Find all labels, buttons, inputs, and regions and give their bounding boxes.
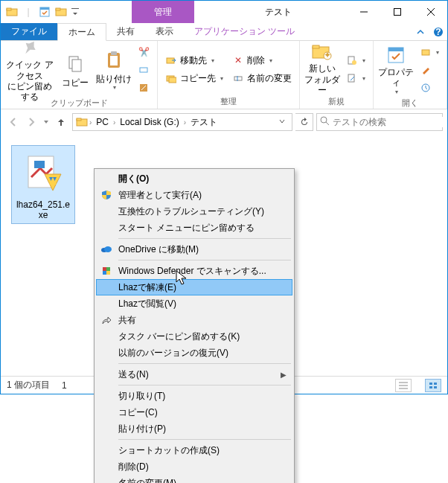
window-title: テスト — [194, 1, 347, 23]
properties-button[interactable]: プロパティ ▾ — [378, 45, 414, 95]
new-folder-icon: ✦ — [310, 42, 334, 62]
ctx-send-to[interactable]: 送る(N)▶ — [96, 366, 292, 383]
svg-rect-55 — [103, 267, 106, 271]
minimize-button[interactable] — [347, 1, 380, 23]
svg-rect-6 — [71, 8, 79, 9]
recent-locations-button[interactable] — [41, 114, 51, 130]
ctx-restore-ver[interactable]: 以前のバージョンの復元(V) — [96, 345, 292, 361]
onedrive-icon — [100, 243, 112, 255]
svg-text:✦: ✦ — [324, 50, 331, 60]
shortcut-icon — [138, 82, 150, 94]
breadcrumb-sep[interactable]: › — [113, 118, 115, 127]
back-button[interactable] — [5, 114, 22, 130]
search-icon — [320, 116, 330, 128]
ctx-share[interactable]: 共有 — [96, 312, 292, 328]
qat-properties-icon[interactable] — [38, 5, 51, 19]
ctx-pin-start[interactable]: スタート メニューにピン留めする — [96, 220, 292, 236]
tab-share[interactable]: 共有 — [106, 23, 145, 40]
file-item[interactable]: lhaz64_251.exe — [11, 145, 75, 224]
search-input[interactable] — [333, 117, 444, 127]
search-box[interactable] — [316, 113, 443, 131]
refresh-button[interactable] — [295, 113, 313, 131]
move-to-button[interactable]: 移動先▾ — [162, 52, 226, 68]
help-button[interactable]: ? — [429, 23, 447, 40]
ctx-separator — [118, 238, 291, 239]
breadcrumb-sep[interactable]: › — [184, 118, 186, 127]
ctx-run-admin[interactable]: 管理者として実行(A) — [96, 187, 292, 203]
forward-button[interactable] — [23, 114, 39, 130]
status-item-count: 1 個の項目 — [7, 379, 50, 391]
ctx-compat[interactable]: 互換性のトラブルシューティング(Y) — [96, 203, 292, 220]
svg-text:?: ? — [435, 27, 441, 37]
ctx-copy[interactable]: コピー(C) — [96, 404, 292, 420]
ctx-pin-taskbar[interactable]: タスク バーにピン留めする(K) — [96, 328, 292, 345]
copy-path-button[interactable] — [135, 62, 153, 78]
ctx-cut[interactable]: 切り取り(T) — [96, 388, 292, 404]
easy-access-button[interactable]: ▾ — [343, 70, 368, 86]
ctx-defender[interactable]: Windows Defender でスキャンする... — [96, 263, 292, 279]
drive-icon — [76, 116, 88, 129]
breadcrumb-folder[interactable]: テスト — [188, 116, 220, 129]
svg-rect-1 — [7, 8, 11, 10]
path-icon — [138, 64, 150, 76]
breadcrumb-pc[interactable]: PC — [93, 117, 112, 127]
tab-view[interactable]: 表示 — [145, 23, 184, 40]
ctx-paste[interactable]: 貼り付け(P) — [96, 420, 292, 437]
ribbon-group-new: ✦ 新しい フォルダー ▾ ▾ 新規 — [300, 41, 374, 109]
copy-to-button[interactable]: コピー先▾ — [162, 70, 226, 86]
new-folder-button[interactable]: ✦ 新しい フォルダー — [304, 45, 340, 94]
edit-button[interactable] — [417, 62, 442, 78]
maximize-button[interactable] — [380, 1, 414, 23]
address-dropdown[interactable] — [275, 117, 289, 127]
svg-point-54 — [104, 246, 112, 252]
scissors-icon: ✂️ — [138, 46, 150, 58]
breadcrumb-sep[interactable]: › — [89, 118, 92, 127]
new-item-icon — [346, 54, 358, 66]
history-button[interactable] — [417, 80, 442, 96]
ctx-open[interactable]: 開く(O) — [96, 170, 292, 187]
copy-to-icon — [165, 72, 177, 84]
ctx-rename[interactable]: 名前の変更(M) — [96, 475, 292, 483]
close-button[interactable] — [414, 1, 447, 23]
ctx-onedrive[interactable]: OneDrive に移動(M) — [96, 241, 292, 258]
rename-icon — [232, 72, 244, 84]
ctx-separator — [118, 385, 291, 386]
ctx-lhaz-view[interactable]: Lhazで閲覧(V) — [96, 295, 292, 312]
svg-rect-58 — [106, 271, 110, 275]
svg-point-42 — [321, 117, 327, 123]
move-icon — [165, 54, 177, 66]
nav-row: › PC › Local Disk (G:) › テスト — [1, 109, 447, 135]
up-button[interactable] — [53, 114, 69, 130]
cut-button[interactable]: ✂️ — [135, 44, 153, 60]
open-button[interactable]: ▾ — [417, 44, 442, 60]
rename-button[interactable]: 名前の変更 — [229, 70, 295, 86]
tab-home[interactable]: ホーム — [57, 23, 106, 41]
ribbon-group-open: プロパティ ▾ ▾ 開く — [374, 41, 447, 109]
new-item-button[interactable]: ▾ — [343, 52, 368, 68]
qat-dropdown-icon[interactable] — [71, 5, 80, 19]
address-bar[interactable]: › PC › Local Disk (G:) › テスト — [72, 113, 292, 131]
pin-quick-access-button[interactable]: クイック アクセス にピン留めする — [5, 45, 54, 95]
exe-icon — [21, 150, 65, 195]
ctx-separator — [118, 260, 291, 260]
copy-button[interactable]: コピー — [57, 45, 93, 95]
ctx-separator — [118, 363, 291, 364]
tab-app-tools[interactable]: アプリケーション ツール — [184, 23, 305, 40]
delete-button[interactable]: ✕削除▾ — [229, 52, 295, 68]
svg-rect-14 — [72, 60, 81, 71]
ctx-lhaz-extract[interactable]: Lhazで解凍(E) — [96, 279, 292, 295]
ribbon-expand-button[interactable] — [412, 23, 429, 40]
ribbon-group-organize: 移動先▾ コピー先▾ ✕削除▾ 名前の変更 整理 — [158, 41, 300, 109]
breadcrumb-disk[interactable]: Local Disk (G:) — [117, 117, 182, 127]
paste-shortcut-button[interactable] — [135, 80, 153, 96]
qat-folder-icon[interactable] — [54, 5, 68, 19]
ctx-create-shortcut[interactable]: ショートカットの作成(S) — [96, 442, 292, 458]
svg-rect-5 — [56, 8, 60, 10]
view-icons-button[interactable] — [425, 379, 441, 392]
view-details-button[interactable] — [395, 379, 412, 392]
ctx-delete[interactable]: 削除(D) — [96, 458, 292, 475]
defender-icon — [100, 265, 112, 277]
svg-rect-3 — [40, 7, 49, 10]
paste-button[interactable]: 貼り付け ▾ — [96, 45, 132, 95]
shield-icon — [100, 189, 112, 201]
